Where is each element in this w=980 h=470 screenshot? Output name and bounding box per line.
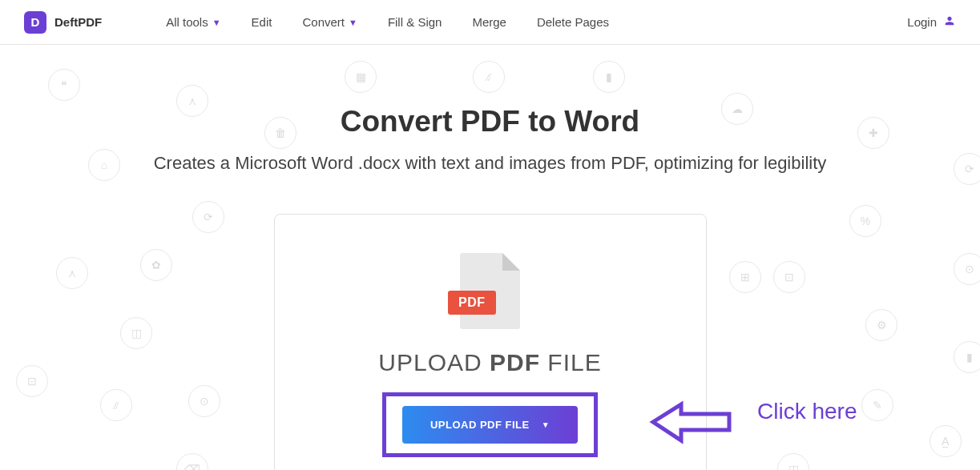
caret-down-icon: ▼ bbox=[542, 420, 550, 429]
page-subtitle: Creates a Microsoft Word .docx with text… bbox=[0, 153, 980, 174]
nav-all-tools-label: All tools bbox=[166, 15, 208, 29]
upload-heading: UPLOAD PDF FILE bbox=[307, 349, 674, 376]
logo-text: DeftPDF bbox=[54, 15, 102, 29]
upload-pdf-button[interactable]: UPLOAD PDF FILE ▼ bbox=[402, 406, 578, 444]
nav-all-tools[interactable]: All tools ▼ bbox=[166, 15, 220, 29]
login-label: Login bbox=[907, 15, 937, 29]
logo-icon: D bbox=[24, 11, 46, 34]
page-title: Convert PDF to Word bbox=[0, 105, 980, 139]
upload-card: PDF UPLOAD PDF FILE UPLOAD PDF FILE ▼ bbox=[274, 214, 707, 470]
nav-delete-pages[interactable]: Delete Pages bbox=[537, 15, 609, 29]
nav-convert-label: Convert bbox=[302, 15, 345, 29]
header: D DeftPDF All tools ▼ Edit Convert ▼ Fil… bbox=[0, 0, 980, 45]
nav-edit[interactable]: Edit bbox=[252, 15, 272, 29]
pdf-badge: PDF bbox=[448, 291, 496, 315]
login-link[interactable]: Login bbox=[907, 14, 956, 30]
upload-button-highlight: UPLOAD PDF FILE ▼ bbox=[382, 392, 598, 457]
chevron-down-icon: ▼ bbox=[349, 18, 357, 27]
logo[interactable]: D DeftPDF bbox=[24, 11, 102, 34]
nav-convert[interactable]: Convert ▼ bbox=[302, 15, 357, 29]
click-here-annotation: Click here bbox=[757, 399, 857, 424]
upload-button-label: UPLOAD PDF FILE bbox=[430, 419, 530, 431]
chevron-down-icon: ▼ bbox=[212, 18, 221, 27]
main-nav: All tools ▼ Edit Convert ▼ Fill & Sign M… bbox=[166, 15, 907, 29]
user-icon bbox=[943, 14, 956, 30]
nav-merge[interactable]: Merge bbox=[472, 15, 506, 29]
arrow-annotation-icon bbox=[649, 400, 737, 448]
nav-fill-sign[interactable]: Fill & Sign bbox=[388, 15, 442, 29]
pdf-file-icon: PDF bbox=[460, 253, 520, 329]
